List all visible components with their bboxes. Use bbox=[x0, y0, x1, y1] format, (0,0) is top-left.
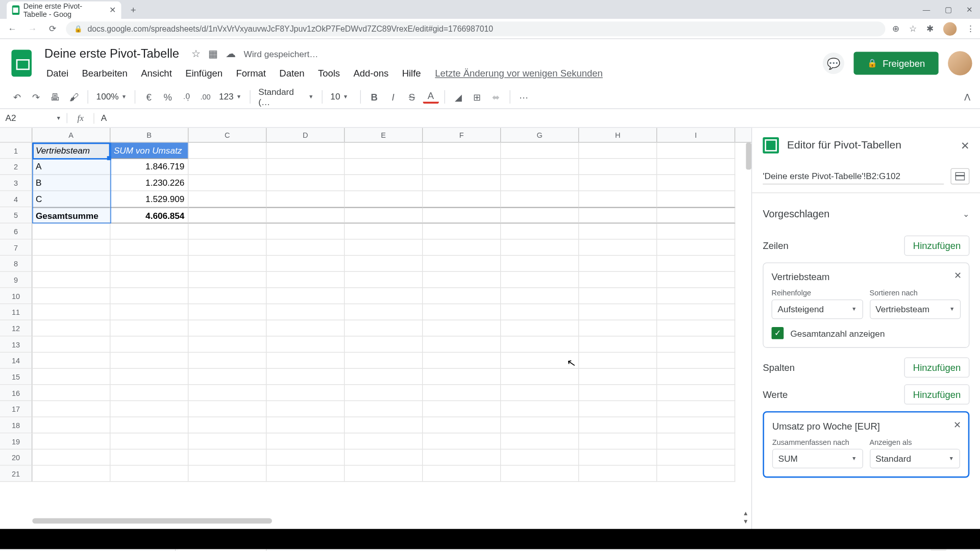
cell[interactable] bbox=[345, 337, 423, 353]
cell[interactable] bbox=[423, 353, 501, 369]
cell[interactable] bbox=[657, 223, 735, 240]
row-header[interactable]: 8 bbox=[0, 256, 32, 272]
cell[interactable] bbox=[579, 417, 657, 434]
last-edit-link[interactable]: Letzte Änderung vor wenigen Sekunden bbox=[435, 68, 603, 79]
cell[interactable] bbox=[345, 159, 423, 175]
cell[interactable] bbox=[110, 256, 188, 272]
paint-format-button[interactable]: 🖌 bbox=[66, 88, 82, 105]
cell[interactable] bbox=[32, 369, 110, 385]
cell[interactable] bbox=[188, 207, 266, 223]
cell[interactable]: 1.529.909 bbox=[110, 191, 188, 208]
cell[interactable] bbox=[579, 256, 657, 272]
cell[interactable] bbox=[423, 207, 501, 223]
cell[interactable] bbox=[657, 175, 735, 191]
col-header-e[interactable]: E bbox=[345, 128, 423, 142]
zoom-dropdown[interactable]: 100%▼ bbox=[93, 91, 129, 102]
cell[interactable] bbox=[266, 449, 345, 466]
pivot-range-input[interactable]: 'Deine erste Pivot-Tabelle'!B2:G102 bbox=[763, 168, 944, 185]
cell[interactable] bbox=[32, 401, 110, 417]
cell[interactable] bbox=[266, 240, 345, 256]
cell[interactable] bbox=[266, 175, 345, 191]
cell[interactable] bbox=[501, 417, 579, 434]
row-header[interactable]: 2 bbox=[0, 159, 32, 175]
cell[interactable] bbox=[345, 433, 423, 449]
cell[interactable] bbox=[110, 320, 188, 337]
cell[interactable] bbox=[501, 191, 579, 208]
url-field[interactable]: 🔒 docs.google.com/spreadsheets/d/1nVxVrV… bbox=[66, 21, 885, 36]
star-icon[interactable]: ☆ bbox=[191, 48, 200, 60]
cell[interactable] bbox=[345, 191, 423, 208]
zoom-icon[interactable]: ⊕ bbox=[892, 23, 900, 34]
cell[interactable] bbox=[579, 191, 657, 208]
cell[interactable] bbox=[266, 304, 345, 320]
cell[interactable] bbox=[501, 337, 579, 353]
name-box[interactable]: A2▼ bbox=[0, 113, 67, 123]
horizontal-scrollbar[interactable] bbox=[32, 518, 272, 524]
sort-by-select[interactable]: Vertriebsteam▼ bbox=[869, 299, 961, 319]
cell[interactable] bbox=[501, 385, 579, 401]
cell[interactable] bbox=[188, 223, 266, 240]
cell[interactable] bbox=[32, 466, 110, 482]
row-header[interactable]: 9 bbox=[0, 272, 32, 288]
cell[interactable] bbox=[423, 256, 501, 272]
scroll-down-icon[interactable]: ▼ bbox=[743, 518, 749, 525]
row-header[interactable]: 4 bbox=[0, 191, 32, 208]
cell[interactable] bbox=[32, 272, 110, 288]
cell[interactable] bbox=[579, 272, 657, 288]
cell[interactable] bbox=[32, 385, 110, 401]
cell[interactable] bbox=[266, 417, 345, 434]
cell[interactable] bbox=[345, 466, 423, 482]
cell[interactable] bbox=[110, 417, 188, 434]
cell[interactable] bbox=[32, 256, 110, 272]
cell[interactable] bbox=[657, 304, 735, 320]
cell[interactable] bbox=[266, 433, 345, 449]
cell[interactable] bbox=[657, 320, 735, 337]
cell[interactable] bbox=[423, 385, 501, 401]
cell[interactable] bbox=[266, 466, 345, 482]
cell[interactable] bbox=[188, 256, 266, 272]
cell[interactable] bbox=[579, 466, 657, 482]
formula-input[interactable]: A bbox=[94, 113, 114, 123]
cell[interactable] bbox=[32, 304, 110, 320]
cell[interactable] bbox=[110, 401, 188, 417]
cell[interactable] bbox=[501, 175, 579, 191]
col-header-d[interactable]: D bbox=[266, 128, 345, 142]
add-column-button[interactable]: Hinzufügen bbox=[904, 357, 970, 378]
cell[interactable] bbox=[345, 240, 423, 256]
col-header-c[interactable]: C bbox=[188, 128, 266, 142]
cell[interactable] bbox=[657, 337, 735, 353]
cell[interactable]: 1.846.719 bbox=[110, 159, 188, 175]
row-header[interactable]: 20 bbox=[0, 449, 32, 466]
cell[interactable] bbox=[345, 449, 423, 466]
bold-button[interactable]: B bbox=[366, 88, 382, 105]
row-header[interactable]: 16 bbox=[0, 385, 32, 401]
strikethrough-button[interactable]: S bbox=[404, 88, 420, 105]
back-button[interactable]: ← bbox=[6, 22, 19, 35]
cell[interactable] bbox=[501, 369, 579, 385]
cell[interactable] bbox=[266, 143, 345, 159]
cell[interactable] bbox=[579, 207, 657, 223]
cell[interactable] bbox=[501, 159, 579, 175]
cell[interactable] bbox=[188, 466, 266, 482]
col-header-g[interactable]: G bbox=[501, 128, 579, 142]
cell[interactable] bbox=[501, 320, 579, 337]
show-as-select[interactable]: Standard▼ bbox=[869, 449, 960, 468]
cell[interactable] bbox=[579, 337, 657, 353]
cell[interactable] bbox=[501, 240, 579, 256]
cell[interactable] bbox=[32, 449, 110, 466]
cell[interactable] bbox=[188, 369, 266, 385]
cell[interactable]: 1.230.226 bbox=[110, 175, 188, 191]
cell[interactable] bbox=[345, 288, 423, 305]
bookmark-icon[interactable]: ☆ bbox=[909, 23, 917, 34]
cell[interactable] bbox=[579, 401, 657, 417]
cell[interactable] bbox=[266, 385, 345, 401]
scroll-up-icon[interactable]: ▲ bbox=[743, 510, 749, 517]
cell[interactable] bbox=[32, 433, 110, 449]
cell[interactable] bbox=[32, 353, 110, 369]
cell[interactable] bbox=[110, 466, 188, 482]
menu-datei[interactable]: Datei bbox=[40, 65, 75, 82]
cell[interactable] bbox=[501, 256, 579, 272]
cell[interactable]: B bbox=[32, 175, 110, 191]
cell[interactable] bbox=[657, 272, 735, 288]
cell[interactable] bbox=[188, 320, 266, 337]
